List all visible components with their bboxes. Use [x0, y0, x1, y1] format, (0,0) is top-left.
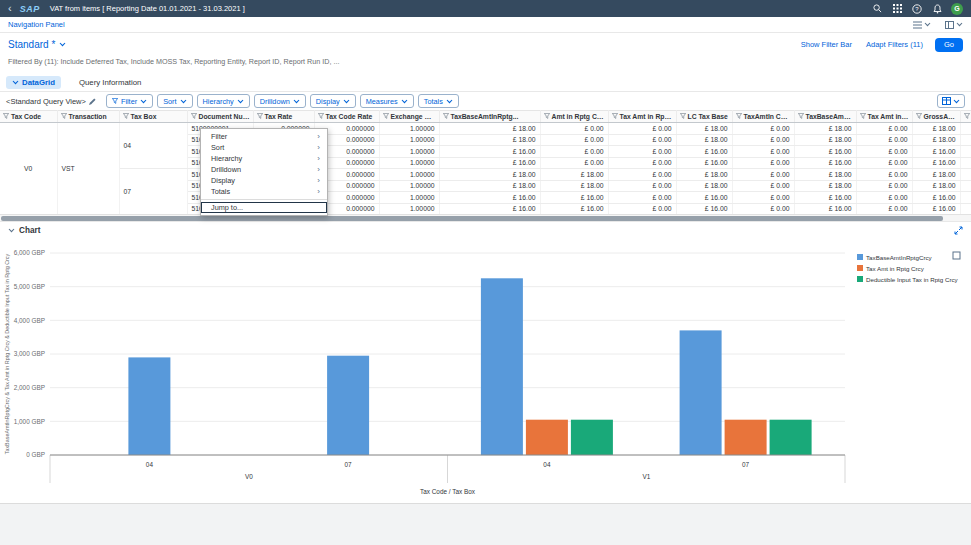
value-cell[interactable]: £ 18.00 — [960, 123, 971, 135]
value-cell[interactable]: £ 0.00 — [732, 180, 794, 192]
legend-item[interactable]: TaxBaseAmtInRptgCrcy — [857, 254, 933, 261]
value-cell[interactable]: £ 0.00 — [608, 180, 676, 192]
menu-item-drilldown[interactable]: Drilldown› — [201, 164, 327, 175]
value-cell[interactable]: 1.00000 — [379, 192, 439, 204]
value-cell[interactable]: £ 16.00 — [676, 192, 732, 204]
notifications-icon[interactable] — [930, 2, 944, 16]
column-header[interactable]: Exchange Rate — [379, 111, 439, 123]
back-button[interactable]: ‹ — [8, 3, 12, 14]
tab-datagrid[interactable]: DataGrid — [6, 76, 61, 89]
legend-item[interactable]: Deductible Input Tax in Rptg Crcy — [857, 276, 959, 283]
value-cell[interactable]: £ 0.00 — [608, 134, 676, 146]
variant-selector[interactable]: Standard * — [8, 39, 66, 50]
chart-fullscreen-icon[interactable] — [952, 246, 961, 264]
bar[interactable] — [571, 420, 613, 455]
value-cell[interactable]: £ 16.00 — [912, 203, 960, 214]
value-cell[interactable]: £ 0.00 — [856, 146, 912, 158]
column-header[interactable]: Tax Code — [0, 111, 57, 123]
value-cell[interactable]: £ 16.00 — [439, 146, 540, 158]
value-cell[interactable]: £ 18.00 — [794, 134, 856, 146]
value-cell[interactable]: £ 16.00 — [439, 157, 540, 169]
value-cell[interactable]: £ 18.00 — [794, 180, 856, 192]
menu-item-totals[interactable]: Totals› — [201, 186, 327, 197]
bar[interactable] — [770, 420, 812, 455]
value-cell[interactable]: £ 0.00 — [732, 157, 794, 169]
value-cell[interactable]: £ 16.00 — [960, 157, 971, 169]
column-header[interactable]: TaxBaseAmtInTrCrcy — [794, 111, 856, 123]
value-cell[interactable]: 1.00000 — [379, 180, 439, 192]
value-cell[interactable]: £ 0.00 — [856, 203, 912, 214]
tax-code-cell[interactable]: V0 — [0, 123, 57, 215]
value-cell[interactable]: £ 0.00 — [732, 123, 794, 135]
value-cell[interactable]: £ 18.00 — [439, 134, 540, 146]
column-header[interactable]: GrossAmtIn Tr... — [960, 111, 971, 123]
value-cell[interactable]: £ 18.00 — [439, 169, 540, 181]
value-cell[interactable]: £ 18.00 — [540, 169, 608, 181]
value-cell[interactable]: £ 18.00 — [540, 180, 608, 192]
value-cell[interactable]: £ 18.00 — [912, 180, 960, 192]
show-filter-bar-link[interactable]: Show Filter Bar — [801, 40, 852, 49]
value-cell[interactable]: £ 18.00 — [960, 180, 971, 192]
value-cell[interactable]: £ 0.00 — [732, 169, 794, 181]
measures-button[interactable]: Measures — [360, 94, 414, 108]
value-cell[interactable]: £ 0.00 — [608, 203, 676, 214]
tax-box-cell[interactable]: 07 — [119, 169, 187, 215]
column-header[interactable]: Document Number — [187, 111, 253, 123]
bar[interactable] — [680, 330, 722, 455]
value-cell[interactable]: £ 18.00 — [676, 123, 732, 135]
column-header[interactable]: Tax Amt in Doc. Crcy — [856, 111, 912, 123]
column-header[interactable]: TaxAmtIn Comp Co... — [732, 111, 794, 123]
value-cell[interactable]: £ 0.00 — [540, 123, 608, 135]
drilldown-button[interactable]: Drilldown — [254, 94, 306, 108]
value-cell[interactable]: £ 16.00 — [794, 157, 856, 169]
value-cell[interactable]: £ 16.00 — [912, 146, 960, 158]
value-cell[interactable]: 1.00000 — [379, 157, 439, 169]
value-cell[interactable]: £ 0.00 — [608, 192, 676, 204]
menu-item-sort[interactable]: Sort› — [201, 142, 327, 153]
hierarchy-button[interactable]: Hierarchy — [197, 94, 250, 108]
value-cell[interactable]: £ 0.00 — [856, 134, 912, 146]
value-cell[interactable]: £ 0.00 — [608, 146, 676, 158]
bar[interactable] — [481, 278, 523, 455]
value-cell[interactable]: £ 18.00 — [912, 123, 960, 135]
bar[interactable] — [128, 357, 170, 455]
menu-item-hierarchy[interactable]: Hierarchy› — [201, 153, 327, 164]
value-cell[interactable]: £ 16.00 — [439, 203, 540, 214]
value-cell[interactable]: £ 18.00 — [676, 169, 732, 181]
value-cell[interactable]: £ 16.00 — [676, 146, 732, 158]
help-icon[interactable]: ? — [910, 2, 924, 16]
value-cell[interactable]: £ 18.00 — [912, 169, 960, 181]
value-cell[interactable]: £ 16.00 — [794, 203, 856, 214]
value-cell[interactable]: £ 18.00 — [676, 180, 732, 192]
column-header[interactable]: Tax Rate — [253, 111, 314, 123]
value-cell[interactable]: £ 18.00 — [794, 169, 856, 181]
value-cell[interactable]: £ 0.00 — [540, 134, 608, 146]
table-settings-button[interactable] — [937, 94, 965, 108]
value-cell[interactable]: £ 0.00 — [732, 146, 794, 158]
value-cell[interactable]: 1.00000 — [379, 123, 439, 135]
value-cell[interactable]: £ 0.00 — [608, 157, 676, 169]
value-cell[interactable]: £ 0.00 — [856, 192, 912, 204]
adapt-filters-link[interactable]: Adapt Filters (11) — [866, 40, 923, 49]
menu-item-jump-to[interactable]: Jump to... — [201, 202, 327, 213]
user-avatar[interactable]: G — [951, 3, 963, 15]
value-cell[interactable]: 1.00000 — [379, 169, 439, 181]
grid-icon[interactable] — [890, 2, 904, 16]
column-header[interactable]: Tax Amt in Rptg Crcy — [608, 111, 676, 123]
value-cell[interactable]: 1.00000 — [379, 203, 439, 214]
view-switcher-button[interactable] — [913, 21, 931, 29]
value-cell[interactable]: £ 0.00 — [732, 134, 794, 146]
horizontal-scrollbar[interactable] — [0, 214, 971, 221]
go-button[interactable]: Go — [935, 38, 963, 52]
value-cell[interactable]: £ 18.00 — [912, 134, 960, 146]
value-cell[interactable]: £ 0.00 — [732, 203, 794, 214]
value-cell[interactable]: £ 16.00 — [540, 203, 608, 214]
legend-item[interactable]: Tax Amt in Rptg Crcy — [857, 265, 925, 272]
totals-button[interactable]: Totals — [418, 94, 459, 108]
column-header[interactable]: Transaction — [57, 111, 119, 123]
value-cell[interactable]: £ 0.00 — [540, 157, 608, 169]
value-cell[interactable]: £ 0.00 — [608, 123, 676, 135]
column-header[interactable]: GrossAmtIn CoCrcy — [912, 111, 960, 123]
column-header[interactable]: Tax Box — [119, 111, 187, 123]
navigation-panel-link[interactable]: Navigation Panel — [8, 20, 65, 29]
